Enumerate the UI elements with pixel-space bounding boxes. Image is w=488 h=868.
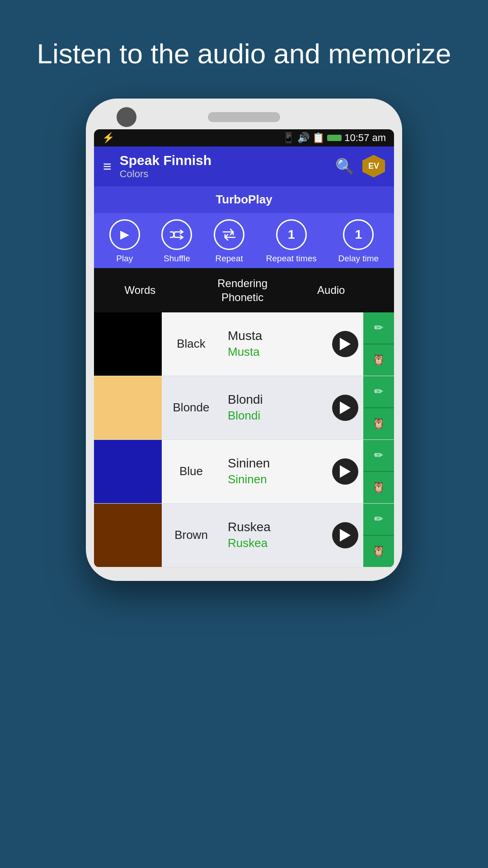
shuffle-control[interactable]: Shuffle	[161, 219, 192, 264]
word-row: Black Musta Musta ✏ 🦉	[94, 312, 394, 376]
repeat-icon	[221, 228, 237, 241]
controls-bar: ▶ Play Shuffle	[94, 213, 394, 268]
edit-icon[interactable]: ✏	[363, 504, 394, 535]
rendering-cell: Ruskea Ruskea	[221, 504, 327, 567]
app-bar-title-block: Speak Finnish Colors	[120, 153, 211, 180]
hamburger-menu-icon[interactable]: ≡	[103, 159, 112, 174]
app-bar-left: ≡ Speak Finnish Colors	[103, 153, 211, 180]
rendering-phonetic: Musta	[228, 345, 260, 359]
phone-top-bar	[94, 112, 394, 122]
word-name: Black	[162, 312, 221, 376]
delay-time-circle[interactable]: 1	[343, 219, 374, 250]
word-row: Brown Ruskea Ruskea ✏ 🦉	[94, 504, 394, 567]
col-header-audio: Audio	[299, 276, 363, 305]
column-headers: Words RenderingPhonetic Audio	[94, 268, 394, 312]
owl-icon[interactable]: 🦉	[363, 535, 394, 567]
action-icons-cell: ✏ 🦉	[363, 376, 394, 439]
app-subtitle: Colors	[120, 168, 211, 180]
audio-play-button[interactable]	[332, 522, 358, 548]
col-rendering-label: RenderingPhonetic	[217, 277, 267, 303]
col-header-rendering: RenderingPhonetic	[186, 268, 299, 312]
delay-time-control[interactable]: 1 Delay time	[338, 219, 379, 264]
play-triangle-icon	[340, 338, 351, 350]
status-icons: 📱 🔊 📋 10:57 am	[282, 132, 386, 144]
ev-label: EV	[368, 161, 379, 171]
action-icons-cell: ✏ 🦉	[363, 504, 394, 567]
audio-cell[interactable]	[327, 376, 363, 439]
shuffle-label: Shuffle	[164, 254, 190, 264]
action-icons-cell: ✏ 🦉	[363, 312, 394, 376]
color-swatch	[94, 504, 162, 567]
rendering-phonetic: Blondi	[228, 409, 260, 423]
screen: ⚡ 📱 🔊 📋 10:57 am ≡ Speak Finnish Colors …	[94, 129, 394, 567]
repeat-times-control[interactable]: 1 Repeat times	[266, 219, 317, 264]
rendering-phonetic: Sininen	[228, 472, 267, 486]
owl-icon[interactable]: 🦉	[363, 471, 394, 503]
play-triangle-icon	[340, 401, 351, 414]
edit-icon[interactable]: ✏	[363, 440, 394, 471]
audio-play-button[interactable]	[332, 331, 358, 357]
color-swatch	[94, 440, 162, 503]
play-label: Play	[116, 254, 133, 264]
search-icon[interactable]: 🔍	[335, 157, 354, 175]
word-rows-container: Black Musta Musta ✏ 🦉 Blonde Blondi Blon…	[94, 312, 394, 567]
delay-time-label: Delay time	[338, 254, 379, 264]
shuffle-circle[interactable]	[161, 219, 192, 250]
audio-play-button[interactable]	[332, 458, 358, 485]
action-icons-cell: ✏ 🦉	[363, 440, 394, 503]
repeat-control[interactable]: Repeat	[214, 219, 244, 264]
usb-icon: ⚡	[102, 132, 114, 144]
sim-icon: 📱	[282, 132, 295, 144]
audio-cell[interactable]	[327, 312, 363, 376]
color-swatch	[94, 376, 162, 439]
turboplay-banner: TurboPlay	[94, 186, 394, 213]
battery-icon	[327, 135, 342, 141]
play-circle[interactable]: ▶	[109, 219, 140, 250]
play-triangle-icon	[340, 465, 351, 478]
edit-icon[interactable]: ✏	[363, 376, 394, 407]
word-name: Blue	[162, 440, 221, 503]
rendering-main: Sininen	[228, 456, 270, 471]
rendering-main: Blondi	[228, 392, 263, 407]
play-triangle-icon	[340, 529, 351, 542]
app-bar: ≡ Speak Finnish Colors 🔍 EV	[94, 146, 394, 186]
time-display: 10:57 am	[344, 132, 386, 144]
word-name: Brown	[162, 504, 221, 567]
color-swatch	[94, 312, 162, 376]
col-header-words: Words	[94, 276, 186, 305]
repeat-times-value: 1	[288, 227, 295, 242]
repeat-times-circle[interactable]: 1	[276, 219, 307, 250]
rendering-cell: Musta Musta	[221, 312, 327, 376]
repeat-times-label: Repeat times	[266, 254, 317, 264]
shuffle-icon	[169, 229, 184, 240]
play-control[interactable]: ▶ Play	[109, 219, 140, 264]
doc-icon: 📋	[312, 132, 324, 144]
audio-play-button[interactable]	[332, 395, 358, 421]
rendering-cell: Blondi Blondi	[221, 376, 327, 439]
word-row: Blue Sininen Sininen ✏ 🦉	[94, 440, 394, 504]
audio-cell[interactable]	[327, 504, 363, 567]
delay-time-value: 1	[355, 227, 362, 242]
play-icon: ▶	[120, 227, 129, 241]
word-row: Blonde Blondi Blondi ✏ 🦉	[94, 376, 394, 440]
rendering-main: Ruskea	[228, 520, 271, 534]
owl-icon[interactable]: 🦉	[363, 344, 394, 376]
edit-icon[interactable]: ✏	[363, 312, 394, 344]
word-name: Blonde	[162, 376, 221, 439]
rendering-main: Musta	[228, 329, 262, 343]
phone-camera	[117, 107, 136, 127]
app-title: Speak Finnish	[120, 153, 211, 168]
app-bar-right: 🔍 EV	[335, 155, 385, 178]
repeat-circle[interactable]	[214, 219, 244, 250]
phone-speaker	[208, 112, 280, 122]
status-bar: ⚡ 📱 🔊 📋 10:57 am	[94, 129, 394, 146]
rendering-cell: Sininen Sininen	[221, 440, 327, 503]
wifi-icon: 🔊	[297, 132, 310, 144]
audio-cell[interactable]	[327, 440, 363, 503]
ev-badge: EV	[362, 155, 385, 178]
headline: Listen to the audio and memorize	[10, 36, 479, 71]
rendering-phonetic: Ruskea	[228, 536, 267, 550]
turboplay-label: TurboPlay	[216, 193, 272, 206]
owl-icon[interactable]: 🦉	[363, 407, 394, 439]
repeat-label: Repeat	[216, 254, 243, 264]
